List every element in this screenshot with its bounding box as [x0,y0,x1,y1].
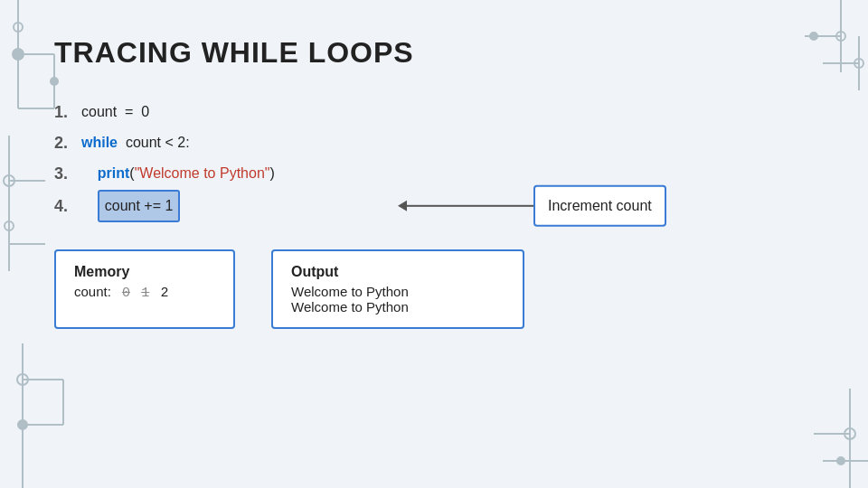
memory-values: count: 0 1 2 [74,284,215,301]
code-text-1: count = 0 [81,99,149,126]
code-text-3: print("Welcome to Python") [81,160,275,187]
memory-label: count: [74,284,111,299]
highlighted-code: count += 1 [98,190,181,222]
memory-val-current: 2 [160,286,168,301]
increment-arrow-container: Increment count [398,185,666,227]
svg-point-14 [17,374,28,385]
builtin-print: print [98,165,130,181]
memory-box-title: Memory [74,264,215,280]
code-text-4: count += 1 [81,190,180,222]
arrow-line [407,205,533,207]
svg-point-29 [837,457,844,465]
code-line-4: 4. count += 1 Increment count [54,190,814,222]
line-number-1: 1. [54,97,81,127]
output-line-1: Welcome to Python [291,284,505,299]
svg-point-27 [844,428,855,439]
memory-val-1-strikethrough: 1 [141,286,149,301]
memory-val-0-strikethrough: 0 [122,286,130,301]
output-box-title: Output [291,264,505,280]
code-text-2: while count < 2: [81,129,190,156]
main-content: TRACING WHILE LOOPS 1. count = 0 2. whil… [0,0,868,365]
code-var-count2: count [126,135,161,150]
increment-label: Increment count [533,185,666,227]
output-box: Output Welcome to Python Welcome to Pyth… [271,249,524,329]
line-number-3: 3. [54,158,81,189]
string-welcome: "Welcome to Python" [135,165,270,181]
code-val-zero: 0 [141,104,149,119]
info-boxes-row: Memory count: 0 1 2 Output Welcome to Py… [54,249,814,329]
memory-box: Memory count: 0 1 2 [54,249,235,329]
page-title: TRACING WHILE LOOPS [54,36,814,70]
code-line-1: 1. count = 0 [54,97,814,127]
svg-point-16 [18,420,27,429]
code-line-2: 2. while count < 2: [54,127,814,158]
line-number-2: 2. [54,127,81,158]
keyword-while: while [81,135,118,150]
code-section: 1. count = 0 2. while count < 2: 3. prin… [54,97,814,222]
arrow-head-icon [398,201,407,211]
code-var-count: count [81,104,117,119]
output-line-2: Welcome to Python [291,299,505,314]
line-number-4: 4. [54,191,81,221]
